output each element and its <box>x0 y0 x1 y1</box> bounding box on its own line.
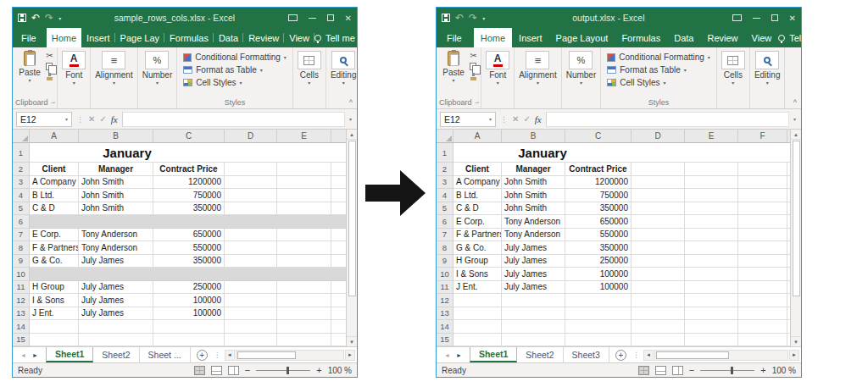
cell-C8[interactable]: 350000 <box>565 241 632 255</box>
cell-B5[interactable]: John Smith <box>502 202 565 216</box>
cell-A3[interactable]: A Company <box>30 176 79 190</box>
cell-D15[interactable] <box>225 334 277 347</box>
cell-A11[interactable]: H Group <box>30 281 79 295</box>
next-sheet-icon[interactable]: ► <box>32 352 38 358</box>
row-header-1[interactable]: 1 <box>437 143 453 163</box>
enter-icon[interactable]: ✓ <box>523 114 530 124</box>
cell-E12[interactable] <box>277 294 331 307</box>
cell-C13[interactable]: 100000 <box>153 307 225 321</box>
alignment-button[interactable]: ≡ Alignment ▾ <box>93 50 134 86</box>
fx-icon[interactable]: fx <box>111 114 118 124</box>
cancel-icon[interactable]: ✕ <box>512 114 519 124</box>
scroll-left-icon[interactable]: ◄ <box>643 350 654 361</box>
paste-button[interactable]: Paste ▾ <box>440 50 467 84</box>
minimize-icon[interactable] <box>309 18 316 19</box>
collapse-ribbon-icon[interactable]: ^ <box>793 98 797 107</box>
zoom-slider[interactable] <box>700 370 754 371</box>
new-sheet-icon[interactable]: + <box>197 350 208 361</box>
cell-D7[interactable] <box>632 229 685 242</box>
zoom-out-icon[interactable]: − <box>689 365 694 375</box>
zoom-slider-thumb[interactable] <box>287 367 289 374</box>
cell-E2[interactable] <box>277 163 331 176</box>
cell-C2[interactable]: Contract Price <box>153 163 225 176</box>
cell-A13[interactable]: J Ent. <box>30 307 79 321</box>
qat-customize-icon[interactable]: ▾ <box>58 15 61 21</box>
row-header-12[interactable]: 12 <box>13 294 30 307</box>
cell-B2[interactable]: Manager <box>502 163 565 176</box>
cell-E12[interactable] <box>685 294 738 307</box>
ribbon-display-options-icon[interactable] <box>288 14 298 21</box>
cell-D2[interactable] <box>632 163 685 176</box>
redo-icon[interactable]: ↷ <box>469 13 477 23</box>
row-header-14[interactable]: 14 <box>437 320 453 334</box>
cancel-icon[interactable]: ✕ <box>88 114 95 124</box>
horizontal-scroll-thumb[interactable] <box>656 351 729 359</box>
cell-B7[interactable]: Tony Anderson <box>502 229 565 242</box>
row-header-15[interactable]: 15 <box>13 334 30 347</box>
cell-E1[interactable] <box>277 143 331 163</box>
tab-data[interactable]: Data <box>667 28 700 47</box>
copy-icon[interactable] <box>470 63 476 70</box>
scroll-right-icon[interactable]: ► <box>345 350 355 361</box>
editing-button[interactable]: Editing ▾ <box>329 50 357 86</box>
cell-E14[interactable] <box>277 320 331 334</box>
cell-C8[interactable]: 550000 <box>153 241 225 255</box>
cell-D4[interactable] <box>225 189 277 202</box>
cell-F6[interactable] <box>738 215 787 229</box>
cell-C12[interactable]: 100000 <box>153 294 225 307</box>
row-header-8[interactable]: 8 <box>13 241 30 255</box>
cell-A14[interactable] <box>453 320 502 334</box>
row-header-4[interactable]: 4 <box>437 189 453 202</box>
cells-button[interactable]: Cells ▾ <box>720 50 747 86</box>
tab-review[interactable]: Review <box>243 28 284 47</box>
cell-E7[interactable] <box>277 229 331 242</box>
row-header-6[interactable]: 6 <box>437 215 453 229</box>
next-sheet-icon[interactable]: ► <box>456 352 462 358</box>
row-header-5[interactable]: 5 <box>13 202 30 216</box>
scroll-left-icon[interactable]: ◄ <box>225 350 235 361</box>
column-header-c[interactable]: C <box>565 130 632 142</box>
cell-C13[interactable] <box>565 307 632 321</box>
scroll-right-icon[interactable]: ► <box>789 350 799 361</box>
column-header-b[interactable]: B <box>79 130 153 142</box>
cell-B3[interactable]: John Smith <box>79 176 153 190</box>
editing-button[interactable]: Editing ▾ <box>753 50 782 86</box>
cell-C4[interactable]: 750000 <box>153 189 225 202</box>
cell-D1[interactable] <box>632 143 685 163</box>
prev-sheet-icon[interactable]: ◄ <box>20 352 26 358</box>
cell-F8[interactable] <box>738 241 787 255</box>
sheet-tab-sheet1[interactable]: Sheet1 <box>470 347 517 362</box>
tab-page-layout[interactable]: Page Layout <box>549 28 615 47</box>
format-painter-icon[interactable] <box>470 73 477 80</box>
column-header-d[interactable]: D <box>225 130 277 142</box>
cell-D8[interactable] <box>632 241 685 255</box>
enter-icon[interactable]: ✓ <box>99 114 106 124</box>
cell-B11[interactable]: July James <box>502 281 565 295</box>
minimize-icon[interactable] <box>753 18 760 19</box>
zoom-slider[interactable] <box>256 370 310 371</box>
row-header-9[interactable]: 9 <box>437 255 453 268</box>
row-header-2[interactable]: 2 <box>13 163 30 176</box>
cell-D10[interactable] <box>225 268 277 281</box>
row-header-2[interactable]: 2 <box>437 163 453 176</box>
column-header-e[interactable]: E <box>277 130 331 142</box>
name-box[interactable]: E12 ▾ <box>16 112 72 127</box>
cell-B6[interactable] <box>79 215 153 229</box>
cell-D5[interactable] <box>632 202 685 216</box>
cell-F14[interactable] <box>738 320 787 334</box>
cell-E5[interactable] <box>277 202 331 216</box>
cell-F13[interactable] <box>738 307 787 321</box>
cell-A10[interactable] <box>30 268 79 281</box>
scroll-up-icon[interactable]: ▲ <box>347 130 357 140</box>
cell-D12[interactable] <box>225 294 277 307</box>
cell-merged-title[interactable]: January <box>30 143 225 163</box>
cell-E8[interactable] <box>685 241 738 255</box>
cell-C14[interactable] <box>153 320 225 334</box>
cell-E13[interactable] <box>277 307 331 321</box>
cell-E9[interactable] <box>685 255 738 268</box>
row-header-1[interactable]: 1 <box>13 143 30 163</box>
tab-formulas[interactable]: Formulas <box>164 28 214 47</box>
cell-D15[interactable] <box>632 334 685 347</box>
cell-D11[interactable] <box>632 281 685 295</box>
cell-E15[interactable] <box>277 334 331 347</box>
